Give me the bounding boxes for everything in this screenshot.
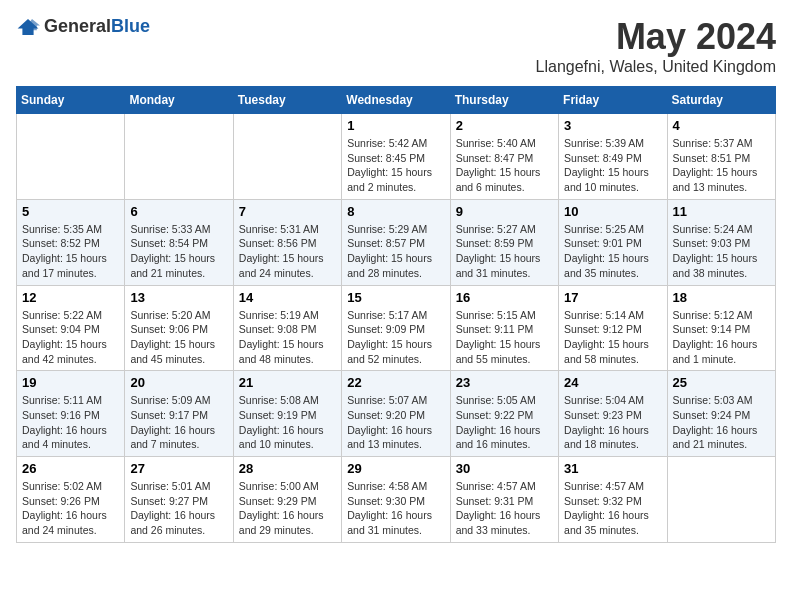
day-number: 18	[673, 290, 770, 305]
header-thursday: Thursday	[450, 87, 558, 114]
header-saturday: Saturday	[667, 87, 775, 114]
calendar-cell: 14Sunrise: 5:19 AM Sunset: 9:08 PM Dayli…	[233, 285, 341, 371]
calendar-cell	[125, 114, 233, 200]
day-number: 10	[564, 204, 661, 219]
logo-blue-text: Blue	[111, 16, 150, 36]
day-number: 6	[130, 204, 227, 219]
day-number: 2	[456, 118, 553, 133]
day-info: Sunrise: 5:01 AM Sunset: 9:27 PM Dayligh…	[130, 479, 227, 538]
calendar-cell: 29Sunrise: 4:58 AM Sunset: 9:30 PM Dayli…	[342, 457, 450, 543]
calendar-cell: 30Sunrise: 4:57 AM Sunset: 9:31 PM Dayli…	[450, 457, 558, 543]
day-number: 17	[564, 290, 661, 305]
calendar-cell: 24Sunrise: 5:04 AM Sunset: 9:23 PM Dayli…	[559, 371, 667, 457]
calendar-cell: 17Sunrise: 5:14 AM Sunset: 9:12 PM Dayli…	[559, 285, 667, 371]
calendar-cell: 6Sunrise: 5:33 AM Sunset: 8:54 PM Daylig…	[125, 199, 233, 285]
calendar-cell: 3Sunrise: 5:39 AM Sunset: 8:49 PM Daylig…	[559, 114, 667, 200]
calendar-cell: 26Sunrise: 5:02 AM Sunset: 9:26 PM Dayli…	[17, 457, 125, 543]
day-number: 26	[22, 461, 119, 476]
day-info: Sunrise: 5:11 AM Sunset: 9:16 PM Dayligh…	[22, 393, 119, 452]
header: GeneralBlue May 2024 Llangefni, Wales, U…	[16, 16, 776, 76]
day-number: 16	[456, 290, 553, 305]
day-info: Sunrise: 5:40 AM Sunset: 8:47 PM Dayligh…	[456, 136, 553, 195]
calendar-cell: 13Sunrise: 5:20 AM Sunset: 9:06 PM Dayli…	[125, 285, 233, 371]
calendar-week-row: 1Sunrise: 5:42 AM Sunset: 8:45 PM Daylig…	[17, 114, 776, 200]
day-info: Sunrise: 5:22 AM Sunset: 9:04 PM Dayligh…	[22, 308, 119, 367]
day-number: 5	[22, 204, 119, 219]
header-friday: Friday	[559, 87, 667, 114]
calendar-cell	[667, 457, 775, 543]
calendar-cell: 5Sunrise: 5:35 AM Sunset: 8:52 PM Daylig…	[17, 199, 125, 285]
calendar-cell: 27Sunrise: 5:01 AM Sunset: 9:27 PM Dayli…	[125, 457, 233, 543]
day-number: 19	[22, 375, 119, 390]
day-number: 15	[347, 290, 444, 305]
location-title: Llangefni, Wales, United Kingdom	[536, 58, 776, 76]
day-number: 30	[456, 461, 553, 476]
calendar-cell: 28Sunrise: 5:00 AM Sunset: 9:29 PM Dayli…	[233, 457, 341, 543]
day-number: 1	[347, 118, 444, 133]
day-number: 4	[673, 118, 770, 133]
calendar-cell: 16Sunrise: 5:15 AM Sunset: 9:11 PM Dayli…	[450, 285, 558, 371]
header-wednesday: Wednesday	[342, 87, 450, 114]
title-area: May 2024 Llangefni, Wales, United Kingdo…	[536, 16, 776, 76]
calendar-table: Sunday Monday Tuesday Wednesday Thursday…	[16, 86, 776, 543]
day-info: Sunrise: 5:19 AM Sunset: 9:08 PM Dayligh…	[239, 308, 336, 367]
day-number: 25	[673, 375, 770, 390]
day-info: Sunrise: 5:05 AM Sunset: 9:22 PM Dayligh…	[456, 393, 553, 452]
calendar-cell: 18Sunrise: 5:12 AM Sunset: 9:14 PM Dayli…	[667, 285, 775, 371]
logo-general-text: General	[44, 16, 111, 36]
day-number: 12	[22, 290, 119, 305]
calendar-cell: 9Sunrise: 5:27 AM Sunset: 8:59 PM Daylig…	[450, 199, 558, 285]
calendar-cell: 19Sunrise: 5:11 AM Sunset: 9:16 PM Dayli…	[17, 371, 125, 457]
calendar-week-row: 26Sunrise: 5:02 AM Sunset: 9:26 PM Dayli…	[17, 457, 776, 543]
day-number: 3	[564, 118, 661, 133]
day-info: Sunrise: 5:00 AM Sunset: 9:29 PM Dayligh…	[239, 479, 336, 538]
day-number: 31	[564, 461, 661, 476]
day-number: 28	[239, 461, 336, 476]
day-number: 7	[239, 204, 336, 219]
calendar-cell	[233, 114, 341, 200]
calendar-week-row: 12Sunrise: 5:22 AM Sunset: 9:04 PM Dayli…	[17, 285, 776, 371]
calendar-week-row: 5Sunrise: 5:35 AM Sunset: 8:52 PM Daylig…	[17, 199, 776, 285]
header-row: Sunday Monday Tuesday Wednesday Thursday…	[17, 87, 776, 114]
header-tuesday: Tuesday	[233, 87, 341, 114]
day-number: 20	[130, 375, 227, 390]
calendar-cell	[17, 114, 125, 200]
day-number: 23	[456, 375, 553, 390]
day-number: 27	[130, 461, 227, 476]
calendar-cell: 1Sunrise: 5:42 AM Sunset: 8:45 PM Daylig…	[342, 114, 450, 200]
calendar-cell: 15Sunrise: 5:17 AM Sunset: 9:09 PM Dayli…	[342, 285, 450, 371]
day-info: Sunrise: 5:14 AM Sunset: 9:12 PM Dayligh…	[564, 308, 661, 367]
day-info: Sunrise: 4:58 AM Sunset: 9:30 PM Dayligh…	[347, 479, 444, 538]
day-info: Sunrise: 5:20 AM Sunset: 9:06 PM Dayligh…	[130, 308, 227, 367]
logo: GeneralBlue	[16, 16, 150, 37]
day-number: 24	[564, 375, 661, 390]
day-info: Sunrise: 5:07 AM Sunset: 9:20 PM Dayligh…	[347, 393, 444, 452]
day-info: Sunrise: 5:02 AM Sunset: 9:26 PM Dayligh…	[22, 479, 119, 538]
day-info: Sunrise: 5:09 AM Sunset: 9:17 PM Dayligh…	[130, 393, 227, 452]
day-info: Sunrise: 5:24 AM Sunset: 9:03 PM Dayligh…	[673, 222, 770, 281]
day-info: Sunrise: 5:03 AM Sunset: 9:24 PM Dayligh…	[673, 393, 770, 452]
header-sunday: Sunday	[17, 87, 125, 114]
calendar-cell: 2Sunrise: 5:40 AM Sunset: 8:47 PM Daylig…	[450, 114, 558, 200]
day-info: Sunrise: 5:31 AM Sunset: 8:56 PM Dayligh…	[239, 222, 336, 281]
day-info: Sunrise: 4:57 AM Sunset: 9:31 PM Dayligh…	[456, 479, 553, 538]
day-info: Sunrise: 5:12 AM Sunset: 9:14 PM Dayligh…	[673, 308, 770, 367]
day-info: Sunrise: 5:42 AM Sunset: 8:45 PM Dayligh…	[347, 136, 444, 195]
calendar-cell: 11Sunrise: 5:24 AM Sunset: 9:03 PM Dayli…	[667, 199, 775, 285]
day-info: Sunrise: 5:37 AM Sunset: 8:51 PM Dayligh…	[673, 136, 770, 195]
day-info: Sunrise: 5:39 AM Sunset: 8:49 PM Dayligh…	[564, 136, 661, 195]
calendar-cell: 22Sunrise: 5:07 AM Sunset: 9:20 PM Dayli…	[342, 371, 450, 457]
logo-icon	[16, 17, 40, 37]
day-info: Sunrise: 5:33 AM Sunset: 8:54 PM Dayligh…	[130, 222, 227, 281]
calendar-cell: 20Sunrise: 5:09 AM Sunset: 9:17 PM Dayli…	[125, 371, 233, 457]
month-title: May 2024	[536, 16, 776, 58]
day-number: 14	[239, 290, 336, 305]
calendar-cell: 12Sunrise: 5:22 AM Sunset: 9:04 PM Dayli…	[17, 285, 125, 371]
day-number: 13	[130, 290, 227, 305]
day-info: Sunrise: 5:08 AM Sunset: 9:19 PM Dayligh…	[239, 393, 336, 452]
calendar-cell: 7Sunrise: 5:31 AM Sunset: 8:56 PM Daylig…	[233, 199, 341, 285]
calendar-cell: 25Sunrise: 5:03 AM Sunset: 9:24 PM Dayli…	[667, 371, 775, 457]
day-info: Sunrise: 5:35 AM Sunset: 8:52 PM Dayligh…	[22, 222, 119, 281]
day-number: 8	[347, 204, 444, 219]
day-info: Sunrise: 5:27 AM Sunset: 8:59 PM Dayligh…	[456, 222, 553, 281]
